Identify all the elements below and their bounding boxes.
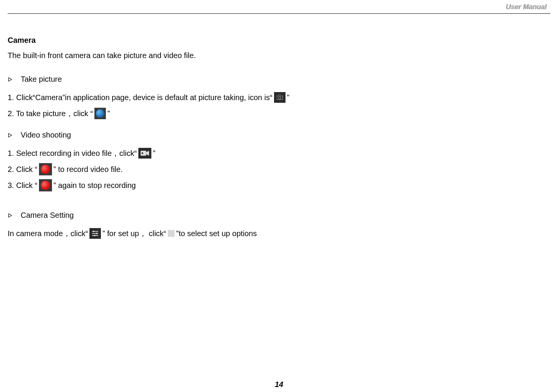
svg-rect-6 (93, 231, 94, 232)
video-step-1: 1. Select recording in video file，click“… (8, 146, 550, 160)
page-number: 14 (275, 380, 283, 389)
settings-text-a: In camera mode，click“ (8, 226, 88, 241)
record-red-icon (39, 163, 52, 175)
step2-text-a: 2. To take picture，click “ (8, 106, 93, 121)
page-header-title: User Manual (8, 0, 550, 11)
step1-text-a: 1. Click“Camera”in application page, dev… (8, 90, 273, 105)
video-step3-text-a: 3. Click “ (8, 178, 37, 193)
video-step3-text-b: ” again to stop recording (54, 178, 136, 193)
document-content: Camera The built-in front camera can tak… (8, 33, 550, 241)
camera-intro-text: The built-in front camera can take pictu… (8, 48, 550, 63)
svg-rect-7 (96, 233, 97, 234)
take-picture-step-2: 2. To take picture，click “ ” (8, 106, 550, 121)
video-step-3: 3. Click “ ” again to stop recording (8, 178, 550, 193)
chevron-right-icon (8, 73, 21, 86)
heading-video-shooting: Video shooting (21, 128, 71, 142)
heading-take-picture: Take picture (21, 72, 62, 86)
camera-setting-line: In camera mode，click“ ” for set up， clic… (8, 226, 550, 241)
chevron-right-icon (8, 209, 21, 222)
bullet-camera-setting: Camera Setting (8, 208, 550, 222)
video-step2-text-a: 2. Click “ (8, 162, 37, 177)
section-title-camera: Camera (8, 33, 550, 47)
shutter-blue-icon (94, 108, 106, 119)
settings-sliders-icon (89, 228, 101, 239)
svg-rect-8 (94, 235, 95, 236)
settings-text-b: ” for set up， click“ (102, 226, 166, 241)
svg-rect-1 (141, 151, 146, 156)
video-step-2: 2. Click “ ” to record video file. (8, 162, 550, 177)
header-divider (8, 13, 550, 14)
settings-option-icon (168, 230, 175, 237)
svg-point-2 (141, 152, 143, 154)
chevron-right-icon (8, 128, 21, 141)
bullet-take-picture: Take picture (8, 72, 550, 86)
videocam-icon (138, 148, 151, 159)
bullet-video-shooting: Video shooting (8, 128, 550, 142)
settings-text-c: ”to select set up options (176, 226, 257, 241)
video-step1-text-a: 1. Select recording in video file，click“ (8, 146, 137, 160)
record-red-icon (39, 179, 52, 191)
step1-text-b: ” (287, 90, 290, 105)
take-picture-step-1: 1. Click“Camera”in application page, dev… (8, 90, 550, 105)
video-step2-text-b: ” to record video file. (54, 162, 123, 177)
camera-photo-icon (274, 92, 285, 103)
step2-text-b: ” (107, 106, 110, 121)
heading-camera-setting: Camera Setting (21, 208, 74, 222)
video-step1-text-b: ” (153, 146, 156, 160)
